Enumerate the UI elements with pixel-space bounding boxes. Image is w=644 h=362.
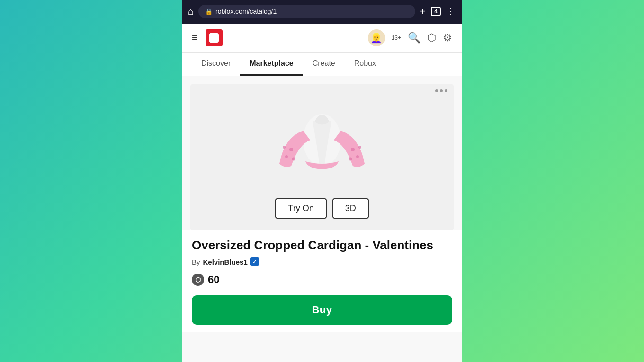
creator-prefix: By — [192, 258, 200, 266]
more-options[interactable] — [435, 89, 447, 92]
more-dot-1 — [435, 89, 438, 92]
svg-point-3 — [292, 157, 295, 160]
tab-count[interactable]: 4 — [431, 7, 441, 16]
svg-point-4 — [283, 146, 286, 149]
age-badge: 13+ — [392, 35, 401, 41]
product-info: Oversized Cropped Cardigan - Valentines … — [182, 230, 462, 332]
product-image-container: Try On 3D — [190, 84, 454, 230]
robux-icon-nav[interactable]: ⬡ — [427, 32, 436, 44]
product-title: Oversized Cropped Cardigan - Valentines — [192, 238, 452, 253]
more-dot-2 — [440, 89, 443, 92]
new-tab-icon[interactable]: + — [420, 6, 426, 17]
more-dot-3 — [445, 89, 447, 92]
product-image — [270, 88, 374, 192]
price-amount: 60 — [208, 274, 219, 286]
browser-chrome: ⌂ 🔒 roblox.com/catalog/1 + 4 ⋮ — [182, 0, 462, 24]
avatar[interactable]: 👱‍♀️ — [368, 29, 385, 46]
robux-currency-icon: ⬡ — [192, 274, 204, 286]
product-action-buttons: Try On 3D — [275, 198, 369, 219]
nav-item-robux[interactable]: Robux — [345, 53, 385, 76]
lock-icon: 🔒 — [205, 8, 213, 15]
svg-point-6 — [356, 155, 359, 158]
nav-item-create[interactable]: Create — [303, 53, 345, 76]
nav-item-discover[interactable]: Discover — [192, 53, 240, 76]
svg-point-5 — [351, 148, 355, 151]
browser-menu-icon[interactable]: ⋮ — [447, 6, 456, 17]
svg-point-2 — [285, 155, 288, 158]
roblox-logo[interactable] — [206, 29, 223, 46]
nav-menu: Discover Marketplace Create Robux — [182, 53, 462, 76]
nav-item-marketplace[interactable]: Marketplace — [240, 53, 303, 76]
roblox-logo-inner — [209, 33, 219, 43]
url-text: roblox.com/catalog/1 — [215, 8, 277, 15]
price-row: ⬡ 60 — [192, 274, 452, 286]
svg-point-8 — [358, 146, 361, 149]
hamburger-icon[interactable]: ≡ — [192, 32, 198, 44]
home-icon[interactable]: ⌂ — [188, 6, 194, 17]
product-page: Try On 3D Oversized Cropped Cardigan - V… — [182, 76, 462, 362]
three-d-button[interactable]: 3D — [332, 198, 369, 219]
phone-frame: ⌂ 🔒 roblox.com/catalog/1 + 4 ⋮ ≡ 👱‍♀️ 13… — [182, 0, 462, 362]
search-icon[interactable]: 🔍 — [408, 32, 420, 44]
settings-icon[interactable]: ⚙ — [443, 32, 452, 44]
address-bar[interactable]: 🔒 roblox.com/catalog/1 — [198, 5, 415, 18]
verified-badge: ✓ — [250, 257, 259, 266]
creator-row: By KelvinBlues1 ✓ — [192, 257, 452, 266]
svg-point-1 — [289, 148, 293, 151]
buy-button[interactable]: Buy — [192, 295, 452, 325]
roblox-site: ≡ 👱‍♀️ 13+ 🔍 ⬡ ⚙ Discover Marketplace Cr… — [182, 24, 462, 362]
try-on-button[interactable]: Try On — [275, 198, 327, 219]
top-nav: ≡ 👱‍♀️ 13+ 🔍 ⬡ ⚙ — [182, 24, 462, 53]
nav-icons: 👱‍♀️ 13+ 🔍 ⬡ ⚙ — [368, 29, 452, 46]
svg-point-7 — [349, 157, 352, 160]
browser-actions: + 4 ⋮ — [420, 6, 456, 17]
creator-name[interactable]: KelvinBlues1 — [203, 258, 248, 266]
